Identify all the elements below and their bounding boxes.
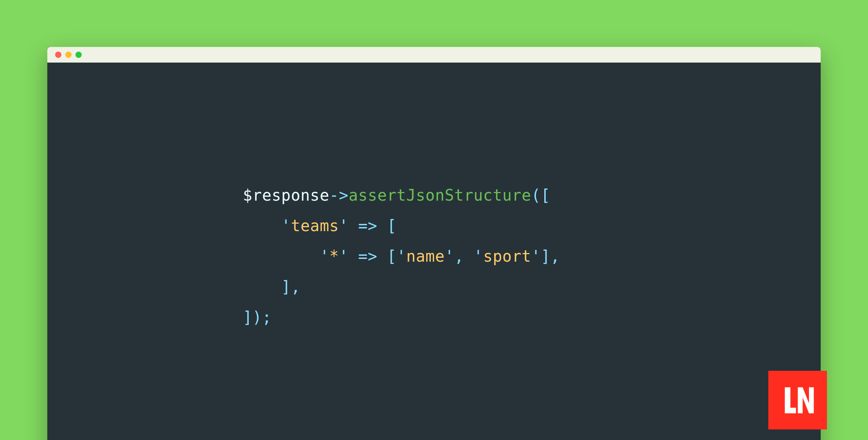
bracket-token: ], [541, 247, 560, 265]
bracket-token: [ [387, 217, 397, 235]
string-token: name [406, 247, 445, 265]
code-line-4: ], [243, 271, 821, 302]
laravel-news-logo [768, 371, 827, 429]
code-line-5: ]); [243, 302, 821, 332]
string-token: sport [483, 247, 531, 265]
quote-token: ' [339, 247, 349, 265]
quote-token: ' [531, 247, 541, 265]
string-token: * [329, 247, 339, 265]
code-window: $response->assertJsonStructure([ 'teams'… [47, 47, 821, 440]
fat-arrow-token: => [348, 247, 387, 265]
bracket-token: ], [281, 278, 300, 296]
bracket-token: ([ [531, 186, 550, 204]
minimize-button[interactable] [65, 52, 72, 58]
fat-arrow-token: => [348, 217, 387, 235]
close-button[interactable] [55, 52, 61, 58]
code-line-3: '*' => ['name', 'sport'], [243, 241, 821, 271]
maximize-button[interactable] [75, 52, 82, 58]
quote-token: ' [396, 247, 406, 265]
indent [243, 217, 281, 235]
method-token: assertJsonStructure [348, 186, 531, 204]
string-token: teams [291, 217, 339, 235]
comma-token: , [454, 247, 473, 265]
variable-token: $response [243, 186, 329, 204]
quote-token: ' [320, 247, 330, 265]
code-line-1: $response->assertJsonStructure([ [243, 180, 821, 210]
bracket-token: ]); [243, 308, 272, 326]
window-titlebar [47, 47, 821, 63]
code-line-2: 'teams' => [ [243, 210, 821, 241]
indent [243, 278, 281, 296]
arrow-token: -> [329, 186, 348, 204]
code-editor: $response->assertJsonStructure([ 'teams'… [47, 63, 821, 440]
quote-token: ' [473, 247, 483, 265]
ln-logo-icon [779, 382, 816, 419]
quote-token: ' [281, 217, 291, 235]
indent [243, 247, 320, 265]
quote-token: ' [339, 217, 349, 235]
quote-token: ' [445, 247, 454, 265]
bracket-token: [ [387, 247, 397, 265]
